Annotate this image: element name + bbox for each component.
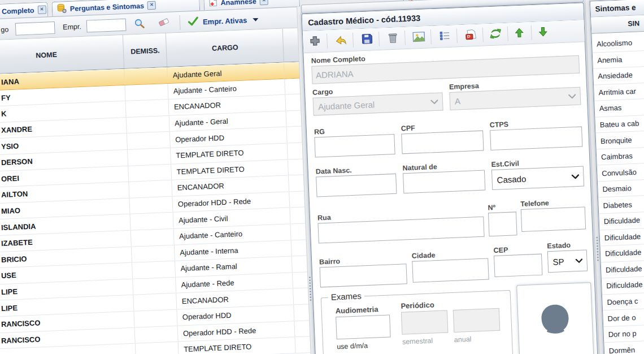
employee-name: LIPE — [1, 304, 18, 313]
cargo-select: Ajudante Geral — [313, 92, 443, 115]
empresa-label: Empresa — [449, 82, 479, 91]
estado-label: Estado — [547, 241, 571, 251]
codigo-input[interactable] — [15, 21, 55, 36]
symptom-label: Anemia — [597, 55, 623, 64]
refresh-button[interactable] — [488, 27, 503, 42]
employee-demiss — [129, 197, 172, 214]
photo-placeholder[interactable] — [516, 282, 596, 354]
bairro-input[interactable] — [320, 264, 407, 287]
symptom-label: Dificuldade — [605, 248, 642, 258]
exames-fieldset: Exames Audiometria use d/m/a Periódico s… — [321, 290, 515, 354]
employee-grid: IANA Ajudante Geral FY Ajudante - Cantei… — [0, 62, 317, 354]
image-button[interactable] — [411, 31, 427, 46]
audiometria-input[interactable] — [336, 314, 391, 339]
symptom-label: Bronquite — [601, 136, 632, 145]
cpf-input[interactable] — [401, 131, 484, 154]
employee-name: K — [1, 110, 7, 118]
column-header-demiss[interactable]: DEMISS. — [123, 33, 167, 68]
caret-down-icon[interactable] — [252, 13, 259, 25]
employee-cargo: Ajudante - Ramal — [180, 262, 237, 273]
telefone-label: Telefone — [520, 199, 549, 208]
anual-caption: anual — [454, 335, 472, 344]
audiometria-caption: use d/m/a — [337, 342, 368, 351]
empr-ativas-filter-button[interactable]: Empr. Ativas — [188, 14, 247, 28]
clear-filter-button[interactable] — [158, 17, 171, 30]
natural-de-label: Natural de — [402, 163, 437, 172]
cidade-input[interactable] — [412, 258, 489, 282]
chevron-down-icon — [430, 99, 438, 105]
empresa-select: A — [449, 87, 581, 110]
symptom-label: Diabetes — [603, 200, 632, 210]
column-header-nome[interactable]: NOME — [0, 35, 124, 75]
periodico-semestral-input — [401, 310, 449, 334]
symptom-label: Dor de o — [607, 313, 636, 323]
rg-input[interactable] — [314, 134, 395, 158]
est-civil-select[interactable]: Casado — [491, 166, 584, 191]
employee-demiss — [131, 245, 175, 262]
cargo-label: Cargo — [312, 88, 333, 96]
pdf-export-button[interactable] — [463, 28, 478, 44]
symptom-label: Bateu a cab — [600, 119, 639, 129]
close-icon[interactable]: ✕ — [37, 5, 46, 14]
save-button[interactable] — [359, 32, 375, 48]
bairro-label: Bairro — [319, 257, 340, 266]
employee-cargo: ENCANADOR — [177, 182, 224, 192]
tab-label: Perguntas e Sintomas — [70, 2, 145, 12]
list-button[interactable] — [437, 29, 452, 45]
chevron-down-icon — [575, 258, 582, 264]
rua-input[interactable] — [317, 217, 484, 244]
cpf-label: CPF — [401, 124, 416, 132]
estado-select[interactable]: SP — [547, 249, 588, 273]
data-nasc-input[interactable] — [316, 174, 397, 197]
symptom-label: Desmaio — [602, 184, 632, 193]
employee-demiss — [132, 277, 176, 295]
employee-demiss — [127, 132, 170, 149]
exames-legend: Exames — [328, 291, 364, 302]
magnifier-icon — [134, 18, 145, 31]
symptom-label: Dificuldade — [606, 264, 642, 274]
numero-input[interactable] — [488, 211, 517, 236]
employee-cargo: ENCANADOR — [174, 101, 221, 111]
symptom-label: Arritmia car — [598, 87, 636, 97]
employee-name: XANDRE — [1, 125, 32, 135]
ctps-input[interactable] — [490, 127, 582, 151]
chevron-down-icon — [568, 93, 576, 99]
employee-name: OREI — [1, 174, 19, 183]
employee-demiss — [130, 229, 174, 247]
delete-button[interactable] — [385, 31, 401, 46]
employee-demiss — [124, 84, 168, 101]
est-civil-value: Casado — [497, 174, 526, 184]
undo-button[interactable] — [333, 33, 349, 49]
tab-label: Anamnese — [220, 0, 256, 7]
green-check-icon — [188, 16, 199, 28]
employee-cargo: Operador HDD - Rede — [178, 197, 251, 208]
chevron-down-icon — [571, 174, 579, 179]
telefone-input[interactable] — [521, 206, 586, 232]
employee-name: IZABETE — [1, 238, 33, 248]
column-header-sintoma[interactable]: SIN — [591, 14, 644, 33]
pdf-icon — [465, 29, 477, 43]
search-button[interactable] — [134, 18, 145, 31]
employee-cargo: Ajudante - Civil — [179, 214, 228, 225]
cep-input[interactable] — [494, 254, 542, 277]
column-header-cargo[interactable]: CARGO — [166, 29, 284, 67]
add-button[interactable] — [307, 34, 323, 50]
employee-name: YSIO — [1, 141, 19, 150]
employee-name: LIPE — [1, 287, 18, 296]
numero-label: Nº — [488, 204, 495, 212]
close-icon[interactable]: ✕ — [260, 0, 269, 5]
rg-label: RG — [314, 128, 325, 136]
move-down-button[interactable] — [536, 25, 551, 41]
person-silhouette-icon — [529, 299, 584, 354]
medical-form-panel: < Cadastro Médico - cód.11933 — [301, 0, 600, 354]
estado-value: SP — [552, 257, 564, 267]
employee-demiss — [127, 148, 171, 166]
close-icon[interactable]: ✕ — [147, 1, 156, 10]
move-up-button[interactable] — [512, 26, 527, 41]
employee-name: MIAO — [1, 206, 21, 215]
natural-de-input[interactable] — [403, 170, 485, 194]
symptom-row[interactable]: Alcoolismo — [592, 32, 644, 53]
employee-cargo: Ajudante - Geral — [175, 117, 228, 128]
empresa-filter-input[interactable] — [86, 19, 127, 33]
semestral-caption: semestral — [402, 336, 433, 346]
